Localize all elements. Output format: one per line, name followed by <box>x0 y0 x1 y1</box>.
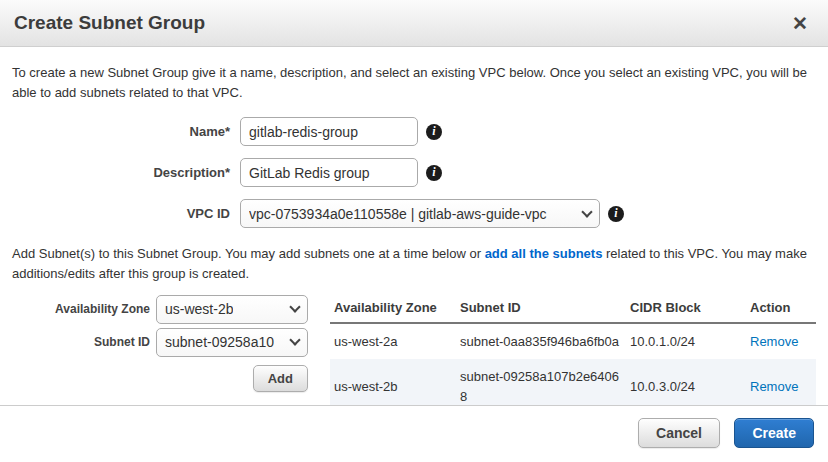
description-row: Description* i <box>12 158 816 187</box>
dialog-header: Create Subnet Group ✕ <box>0 0 828 47</box>
header-subnet-id: Subnet ID <box>456 295 626 323</box>
name-label: Name* <box>12 124 230 139</box>
add-button-row: Add <box>12 365 308 392</box>
header-cidr-block: CIDR Block <box>626 295 746 323</box>
remove-link[interactable]: Remove <box>750 379 798 394</box>
create-button[interactable]: Create <box>734 418 814 448</box>
description-input[interactable] <box>240 158 418 187</box>
add-button[interactable]: Add <box>253 365 308 392</box>
vpc-row: VPC ID vpc-0753934a0e110558e | gitlab-aw… <box>12 199 816 228</box>
subnet-id-select-value: subnet-09258a10 <box>165 334 274 350</box>
intro-text: To create a new Subnet Group give it a n… <box>12 63 816 103</box>
subnet-id-select[interactable]: subnet-09258a10 <box>156 328 308 357</box>
table-header-row: Availability Zone Subnet ID CIDR Block A… <box>330 295 816 323</box>
az-row: Availability Zone us-west-2b <box>12 295 308 324</box>
chevron-down-icon <box>289 301 300 312</box>
vpc-select[interactable]: vpc-0753934a0e110558e | gitlab-aws-guide… <box>240 199 600 228</box>
info-icon[interactable]: i <box>426 165 442 181</box>
table-row: us-west-2a subnet-0aa835f946ba6fb0a 10.0… <box>330 323 816 360</box>
header-action: Action <box>746 295 816 323</box>
close-icon[interactable]: ✕ <box>786 12 814 35</box>
info-icon[interactable]: i <box>426 124 442 140</box>
az-label: Availability Zone <box>12 302 150 316</box>
subnet-id-label: Subnet ID <box>12 335 150 349</box>
cancel-button[interactable]: Cancel <box>638 418 720 448</box>
name-input[interactable] <box>240 117 418 146</box>
dialog-body: To create a new Subnet Group give it a n… <box>0 47 828 414</box>
subnet-table: Availability Zone Subnet ID CIDR Block A… <box>330 295 816 415</box>
add-subnet-text-before: Add Subnet(s) to this Subnet Group. You … <box>12 246 485 261</box>
dialog-footer: Cancel Create <box>0 405 828 462</box>
name-row: Name* i <box>12 117 816 146</box>
remove-link[interactable]: Remove <box>750 334 798 349</box>
header-availability-zone: Availability Zone <box>330 295 456 323</box>
subnet-picker-area: Availability Zone us-west-2b Subnet ID s… <box>12 295 816 415</box>
subnet-picker-form: Availability Zone us-west-2b Subnet ID s… <box>12 295 308 392</box>
add-subnet-text: Add Subnet(s) to this Subnet Group. You … <box>12 244 816 284</box>
cell-az: us-west-2a <box>330 323 456 360</box>
add-all-subnets-link[interactable]: add all the subnets <box>485 246 603 261</box>
chevron-down-icon <box>581 206 592 217</box>
subnet-id-row: Subnet ID subnet-09258a10 <box>12 328 308 357</box>
chevron-down-icon <box>289 334 300 345</box>
vpc-select-value: vpc-0753934a0e110558e | gitlab-aws-guide… <box>249 206 547 222</box>
create-subnet-group-dialog: Create Subnet Group ✕ To create a new Su… <box>0 0 828 462</box>
az-select[interactable]: us-west-2b <box>156 295 308 324</box>
cell-cidr: 10.0.1.0/24 <box>626 323 746 360</box>
dialog-title: Create Subnet Group <box>14 12 205 34</box>
vpc-label: VPC ID <box>12 206 230 221</box>
description-label: Description* <box>12 165 230 180</box>
cell-subnet-id: subnet-0aa835f946ba6fb0a <box>456 323 626 360</box>
info-icon[interactable]: i <box>608 206 624 222</box>
az-select-value: us-west-2b <box>165 301 233 317</box>
